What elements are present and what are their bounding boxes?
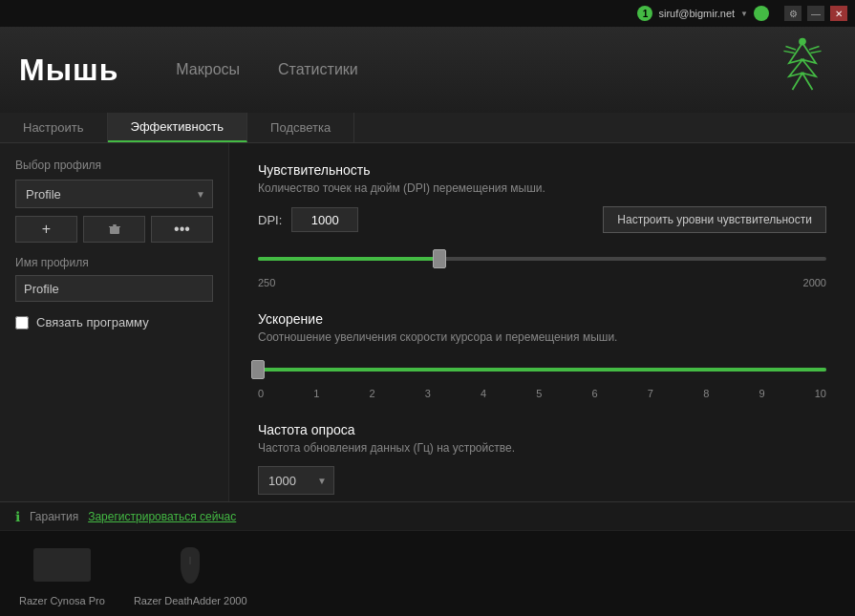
app-title: Мышь [19, 53, 118, 88]
sensitivity-section: Чувствительность Количество точек на дюй… [258, 162, 826, 288]
accel-label-0: 0 [258, 388, 264, 399]
settings-button[interactable]: ⚙ [784, 6, 802, 21]
accel-label-10: 10 [815, 388, 826, 399]
accel-label-1: 1 [313, 388, 319, 399]
polling-select-wrapper: 125 500 1000 ▼ [258, 466, 334, 495]
info-icon: ℹ [15, 509, 20, 524]
accel-slider-track [258, 368, 826, 372]
subnav-configure[interactable]: Настроить [0, 113, 108, 142]
add-profile-button[interactable]: + [15, 216, 77, 243]
device-keyboard-label: Razer Cynosa Pro [19, 595, 105, 606]
device-keyboard[interactable]: Razer Cynosa Pro [19, 542, 105, 606]
main-content: Выбор профиля Profile ▼ + ••• Имя профил… [0, 143, 855, 501]
accel-slider-labels: 0 1 2 3 4 5 6 7 8 9 10 [258, 388, 826, 399]
svg-point-0 [800, 39, 805, 45]
configure-levels-button[interactable]: Настроить уровни чувствительности [603, 206, 826, 233]
dpi-input[interactable] [291, 207, 358, 232]
polling-section: Частота опроса Частота обновления данных… [258, 422, 826, 495]
accel-label-8: 8 [703, 388, 709, 399]
dpi-input-row: DPI: [258, 207, 358, 232]
keyboard-shape [33, 548, 91, 582]
acceleration-title: Ускорение [258, 311, 826, 327]
accel-label-2: 2 [370, 388, 375, 399]
svg-line-4 [810, 51, 821, 53]
profile-actions: + ••• [15, 216, 213, 243]
acceleration-desc: Соотношение увеличения скорости курсора … [258, 330, 826, 344]
dpi-slider-labels: 250 2000 [258, 277, 826, 288]
dpi-slider-track [258, 257, 826, 261]
bottom-bar: ℹ Гарантия Зарегистрироваться сейчас [0, 501, 855, 530]
link-program-label[interactable]: Связать программу [36, 315, 149, 329]
user-info: 1 siruf@bigmir.net ▼ [8, 6, 779, 21]
mouse-shape [181, 547, 200, 584]
nav-macros[interactable]: Макросы [176, 61, 240, 78]
link-program-row: Связать программу [15, 315, 213, 329]
dpi-slider[interactable] [258, 244, 826, 273]
accel-label-9: 9 [759, 388, 764, 399]
profile-name-input[interactable] [15, 275, 213, 302]
accel-slider-thumb[interactable] [251, 360, 265, 379]
polling-desc: Частота обновления данных (Гц) на устрой… [258, 441, 826, 455]
dpi-max-label: 2000 [803, 277, 826, 288]
accel-slider-fill [258, 368, 826, 372]
profile-select-label: Выбор профиля [15, 159, 213, 172]
user-dropdown-arrow[interactable]: ▼ [740, 10, 748, 18]
polling-select[interactable]: 125 500 1000 [258, 466, 334, 495]
razer-logo [769, 36, 836, 103]
subnav-backlight[interactable]: Подсветка [247, 113, 354, 142]
accel-label-4: 4 [481, 388, 486, 399]
user-badge: 1 [637, 6, 652, 21]
svg-line-3 [809, 47, 820, 51]
nav-stats[interactable]: Статистики [278, 61, 358, 78]
accel-label-3: 3 [425, 388, 431, 399]
profile-select[interactable]: Profile [15, 180, 213, 208]
header-nav: Макросы Статистики [176, 61, 357, 78]
delete-profile-button[interactable] [83, 216, 145, 243]
polling-title: Частота опроса [258, 422, 826, 437]
title-bar: 1 siruf@bigmir.net ▼ ⚙ — ✕ [0, 0, 855, 27]
profile-select-wrapper: Profile ▼ [15, 180, 213, 208]
app-header: Мышь Макросы Статистики [0, 27, 855, 113]
minimize-button[interactable]: — [807, 6, 824, 21]
profile-name-label: Имя профиля [15, 256, 213, 269]
user-name: siruf@bigmir.net [658, 8, 735, 19]
device-mouse[interactable]: Razer DeathAdder 2000 [134, 542, 247, 606]
svg-rect-5 [110, 226, 119, 234]
dpi-label: DPI: [258, 213, 282, 227]
svg-line-2 [783, 51, 794, 53]
acceleration-section: Ускорение Соотношение увеличения скорост… [258, 311, 826, 399]
warranty-text: Гарантия [30, 510, 78, 523]
dpi-slider-fill [258, 257, 439, 261]
svg-rect-7 [109, 226, 120, 227]
close-button[interactable]: ✕ [830, 6, 847, 21]
sidebar: Выбор профиля Profile ▼ + ••• Имя профил… [0, 143, 229, 501]
accel-slider[interactable] [258, 355, 826, 384]
sub-nav: Настроить Эффективность Подсветка [0, 113, 855, 143]
accel-label-7: 7 [648, 388, 653, 399]
svg-rect-6 [113, 224, 117, 226]
register-link[interactable]: Зарегистрироваться сейчас [88, 510, 236, 523]
accel-label-5: 5 [536, 388, 542, 399]
dpi-slider-thumb[interactable] [433, 249, 446, 268]
sensitivity-title: Чувствительность [258, 162, 826, 178]
accel-label-6: 6 [592, 388, 598, 399]
content-area: Чувствительность Количество точек на дюй… [229, 143, 855, 501]
link-program-checkbox[interactable] [15, 316, 29, 329]
device-mouse-label: Razer DeathAdder 2000 [134, 595, 247, 606]
dpi-min-label: 250 [258, 277, 275, 288]
more-options-button[interactable]: ••• [151, 216, 213, 243]
device-mouse-img [161, 542, 219, 589]
sensitivity-desc: Количество точек на дюйм (DPI) перемещен… [258, 181, 826, 195]
dpi-row: DPI: Настроить уровни чувствительности [258, 206, 826, 233]
status-dot [754, 6, 769, 21]
device-keyboard-img [33, 542, 91, 589]
device-bar: Razer Cynosa Pro Razer DeathAdder 2000 [0, 530, 855, 616]
subnav-performance[interactable]: Эффективность [108, 113, 248, 142]
svg-line-1 [786, 47, 797, 51]
